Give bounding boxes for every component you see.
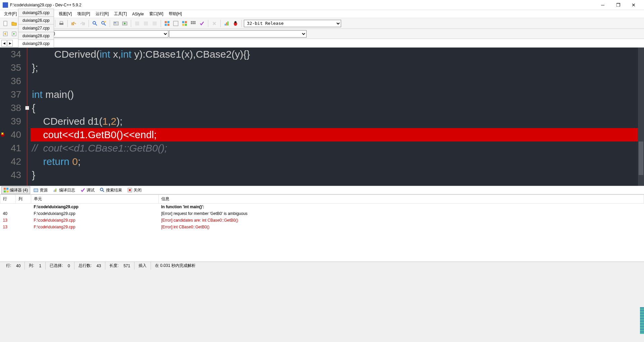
error-row[interactable]: F:\code\duixiang29.cppIn function 'int m… bbox=[0, 204, 644, 211]
svg-rect-45 bbox=[6, 190, 8, 192]
compile-icon[interactable] bbox=[112, 19, 120, 27]
error-row[interactable]: 13F:\code\duixiang29.cpp[Error] candidat… bbox=[0, 217, 644, 224]
tab-debug[interactable]: 调试 bbox=[78, 187, 97, 194]
file-tab[interactable]: duixiang29.cpp bbox=[18, 40, 54, 48]
menu-run[interactable]: 运行[R] bbox=[93, 10, 111, 18]
line-number: 42 bbox=[6, 155, 24, 168]
tab-scroll-right[interactable]: ▶ bbox=[7, 40, 13, 47]
tab-resources[interactable]: 资源 bbox=[32, 187, 50, 194]
line-number: 41 bbox=[6, 141, 24, 155]
breakpoint-marker[interactable] bbox=[1, 133, 5, 137]
col-col[interactable]: 列 bbox=[16, 195, 31, 204]
code-editor[interactable]: 34353637383940414243 − CDerived(int x,in… bbox=[0, 48, 644, 186]
fold-toggle[interactable]: − bbox=[25, 106, 29, 110]
minimize-button[interactable]: ─ bbox=[595, 0, 610, 10]
check-icon[interactable] bbox=[198, 19, 206, 27]
replace-icon[interactable] bbox=[100, 19, 108, 27]
code-line[interactable]: }; bbox=[31, 61, 644, 74]
stop-icon[interactable] bbox=[210, 19, 218, 27]
code-line[interactable]: CDerived(int x,int y):CBase1(x),CBase2(y… bbox=[31, 48, 644, 61]
tab-compiler[interactable]: 编译器 (4) bbox=[1, 186, 30, 194]
status-selected: 已选择: 0 bbox=[46, 262, 74, 270]
menu-help[interactable]: 帮助[H] bbox=[166, 10, 184, 18]
col-unit[interactable]: 单元 bbox=[31, 195, 159, 204]
tab-scroll-left[interactable]: ◀ bbox=[1, 40, 7, 47]
code-line[interactable]: CDerived d1(1,2); bbox=[31, 115, 644, 128]
svg-rect-32 bbox=[193, 23, 194, 24]
line-number: 38 bbox=[6, 101, 24, 115]
print-icon[interactable] bbox=[57, 19, 65, 27]
new-file-icon[interactable] bbox=[1, 19, 9, 27]
svg-rect-20 bbox=[167, 21, 169, 23]
code-line[interactable]: cout<<d1.GetB0()<<endl; bbox=[31, 128, 644, 141]
open-file-icon[interactable] bbox=[10, 19, 18, 27]
close-button[interactable]: ✕ bbox=[626, 0, 641, 10]
fold-gutter[interactable]: − bbox=[24, 48, 31, 186]
code-line[interactable]: { bbox=[31, 101, 644, 115]
svg-rect-29 bbox=[193, 21, 194, 22]
menu-tools[interactable]: 工具[T] bbox=[111, 10, 129, 18]
run-icon[interactable] bbox=[121, 19, 129, 27]
rebuild-icon[interactable] bbox=[142, 19, 150, 27]
status-line: 行: 40 bbox=[2, 262, 25, 270]
error-row[interactable]: 13F:\code\duixiang29.cpp[Error] int CBas… bbox=[0, 224, 644, 230]
toolbar-separator bbox=[208, 20, 208, 27]
status-col: 列: 1 bbox=[25, 262, 46, 270]
bug-icon[interactable] bbox=[231, 19, 239, 27]
svg-rect-13 bbox=[114, 22, 118, 25]
undo-icon[interactable] bbox=[70, 19, 78, 27]
build-config-select[interactable]: 32-bit Release bbox=[244, 20, 341, 27]
status-total-lines: 总行数: 43 bbox=[74, 262, 105, 270]
find-icon[interactable] bbox=[91, 19, 99, 27]
goto-fwd-icon[interactable] bbox=[10, 30, 18, 38]
breakpoint-gutter[interactable] bbox=[0, 48, 6, 186]
grid3-icon[interactable] bbox=[180, 19, 189, 27]
compile-run-icon[interactable] bbox=[133, 19, 141, 27]
file-tab[interactable]: duixiang27.cpp bbox=[18, 24, 54, 32]
col-info[interactable]: 信息 bbox=[159, 195, 644, 204]
file-tab[interactable]: duixiang26.cpp bbox=[18, 16, 54, 24]
menu-file[interactable]: 文件[F] bbox=[1, 10, 19, 18]
tab-close[interactable]: 关闭 bbox=[125, 187, 144, 194]
redo-icon[interactable] bbox=[78, 19, 87, 27]
file-tab[interactable]: duixiang28.cpp bbox=[18, 32, 54, 40]
svg-rect-42 bbox=[4, 188, 6, 190]
col-line[interactable]: 行 bbox=[0, 195, 16, 204]
svg-rect-22 bbox=[167, 24, 169, 26]
toolbar-separator bbox=[241, 20, 242, 27]
compiler-output-table[interactable]: 行 列 单元 信息 F:\code\duixiang29.cppIn funct… bbox=[0, 194, 644, 262]
svg-rect-9 bbox=[60, 21, 63, 23]
editor-scrollbar[interactable] bbox=[638, 48, 644, 186]
maximize-button[interactable]: ❐ bbox=[610, 0, 626, 10]
status-parse-time: 在 0.031 秒内完成解析 bbox=[151, 262, 642, 270]
error-row[interactable]: 40F:\code\duixiang29.cpp[Error] request … bbox=[0, 210, 644, 217]
svg-rect-25 bbox=[185, 21, 187, 23]
toolbar-separator bbox=[67, 20, 68, 27]
tab-compile-log[interactable]: 编译日志 bbox=[51, 187, 77, 194]
title-bar: F:\code\duixiang29.cpp - Dev-C++ 5.9.2 ─… bbox=[0, 0, 644, 10]
goto-back-icon[interactable] bbox=[1, 30, 9, 38]
code-line[interactable] bbox=[31, 74, 644, 88]
svg-rect-24 bbox=[182, 21, 184, 23]
debug-check-icon bbox=[80, 188, 85, 192]
code-area[interactable]: CDerived(int x,int y):CBase1(x),CBase2(y… bbox=[31, 48, 644, 186]
grid2-icon[interactable] bbox=[172, 19, 180, 27]
code-line[interactable]: // cout<<d1.CBase1::GetB0(); bbox=[31, 141, 644, 155]
menu-view[interactable]: 视图[V] bbox=[56, 10, 74, 18]
menu-window[interactable]: 窗口[W] bbox=[147, 10, 166, 18]
debug-icon[interactable] bbox=[151, 19, 159, 27]
code-line[interactable]: return 0; bbox=[31, 155, 644, 168]
menu-astyle[interactable]: AStyle bbox=[129, 11, 147, 17]
grid4-icon[interactable] bbox=[189, 19, 197, 27]
menu-project[interactable]: 项目[P] bbox=[74, 10, 93, 18]
grid1-icon[interactable] bbox=[163, 19, 171, 27]
profile-icon[interactable] bbox=[223, 19, 231, 27]
file-tab[interactable]: duixiang25.cpp bbox=[18, 9, 54, 16]
svg-rect-46 bbox=[34, 189, 38, 192]
member-select[interactable] bbox=[169, 30, 307, 38]
scrollbar-thumb[interactable] bbox=[639, 141, 643, 175]
toolbar-separator bbox=[89, 20, 89, 27]
code-line[interactable]: } bbox=[31, 168, 644, 182]
tab-search-results[interactable]: 搜索结果 bbox=[98, 187, 124, 194]
code-line[interactable]: int main() bbox=[31, 88, 644, 101]
